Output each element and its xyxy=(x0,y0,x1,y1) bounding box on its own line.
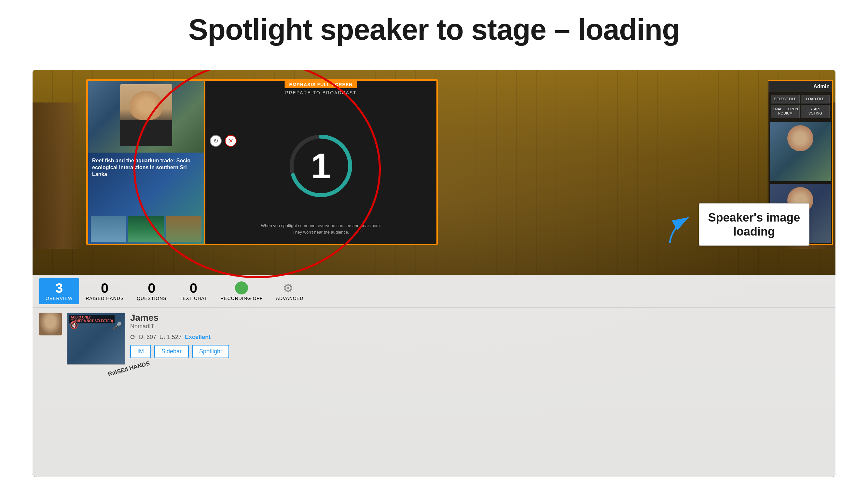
raised-hands-annotation: RaISEd HANDS xyxy=(107,365,150,372)
gear-icon: ⚙ xyxy=(283,282,297,295)
overview-label: OVERVIEW xyxy=(45,296,72,301)
text-chat-count: 0 xyxy=(190,282,197,295)
sidebar-button[interactable]: Sidebar xyxy=(154,345,189,358)
participant-actions: IM Sidebar Spotlight xyxy=(130,345,829,358)
slide-title-text: Reef fish and the aquarium trade: Socio-… xyxy=(92,158,200,177)
connection-info: ⟳ D: 607 U: 1,527 Excellent xyxy=(130,333,829,341)
broadcast-info-text: When you spotlight someone, everyone can… xyxy=(205,223,436,235)
bottom-toolbar: 3 OVERVIEW 0 RAISED HANDS 0 QUESTIONS 0 … xyxy=(33,275,835,477)
participant-section: AUDIO ONLY (CAMERA NOT SELECTED) 🔇 🎤 Jam… xyxy=(33,308,835,369)
recording-indicator xyxy=(235,282,248,294)
load-file-button[interactable]: LOAD FILE xyxy=(801,95,830,103)
broadcast-floating-controls: ↻ ✕ xyxy=(210,135,237,147)
conference-area: Reef fish and the aquarium trade: Socio-… xyxy=(33,70,835,477)
participant-info: James NomadIT ⟳ D: 607 U: 1,527 Excellen… xyxy=(130,313,829,358)
admin-label: Admin xyxy=(813,84,830,89)
admin-header: Admin xyxy=(768,81,832,92)
prepare-broadcast-text: PREPARE TO BROADCAST xyxy=(205,90,436,95)
raised-hands-count: 0 xyxy=(101,282,108,295)
close-button[interactable]: ✕ xyxy=(225,135,237,147)
tab-overview[interactable]: 3 OVERVIEW xyxy=(39,278,79,304)
start-voting-button[interactable]: START VOTING xyxy=(801,105,830,118)
participant-subname: NomadIT xyxy=(130,323,829,330)
admin-person-face-1 xyxy=(787,125,813,151)
theater-seats-left xyxy=(33,102,85,249)
participant-name: James xyxy=(130,313,829,323)
speaker-loading-annotation: Speaker's imageloading xyxy=(699,203,809,246)
participant-video-preview: AUDIO ONLY (CAMERA NOT SELECTED) 🔇 🎤 xyxy=(67,313,125,365)
select-file-button[interactable]: SELECT FILE xyxy=(771,95,800,103)
advanced-label: ADVANCED xyxy=(276,296,304,301)
slide-images-row xyxy=(91,216,202,242)
annotation-text: Speaker's imageloading xyxy=(706,210,802,238)
tab-advanced[interactable]: ⚙ ADVANCED xyxy=(270,278,310,304)
participant-avatar xyxy=(39,313,62,335)
raised-hands-label: RAISED HANDS xyxy=(86,296,124,301)
countdown-circle: 1 xyxy=(285,130,357,202)
questions-count: 0 xyxy=(148,282,155,295)
refresh-button[interactable]: ↻ xyxy=(210,135,222,147)
connection-arrow-icon: ⟳ xyxy=(130,333,136,341)
text-chat-label: TEXT CHAT xyxy=(180,296,208,301)
slide-image-3 xyxy=(166,216,202,242)
page-title: Spotlight speaker to stage – loading xyxy=(0,0,868,56)
download-stat: D: 607 xyxy=(139,334,156,340)
overview-count: 3 xyxy=(55,282,63,295)
tab-raised-hands[interactable]: 0 RAISED HANDS xyxy=(79,278,130,304)
speaker-face xyxy=(120,84,172,146)
tab-text-chat[interactable]: 0 TEXT CHAT xyxy=(173,278,214,304)
speaker-video-top xyxy=(88,81,204,153)
admin-buttons: SELECT FILE LOAD FILE ENABLE OPEN PODIUM… xyxy=(768,92,832,121)
emphasis-label: EMPHASIS FULL SCREEN xyxy=(285,81,358,88)
tab-questions[interactable]: 0 QUESTIONS xyxy=(130,278,173,304)
slide-image-1 xyxy=(91,216,126,242)
im-button[interactable]: IM xyxy=(130,345,151,358)
recording-label: RECORDING OFF xyxy=(220,296,262,301)
slide-image-2 xyxy=(128,216,164,242)
mic-icon: 🎤 xyxy=(112,321,122,330)
toolbar-tabs: 3 OVERVIEW 0 RAISED HANDS 0 QUESTIONS 0 … xyxy=(33,275,835,308)
countdown-wrapper: 1 xyxy=(285,130,357,202)
admin-video-1 xyxy=(770,122,831,181)
spotlight-button[interactable]: Spotlight xyxy=(192,345,229,358)
quality-badge: Excellent xyxy=(185,334,211,340)
slide-preview: Reef fish and the aquarium trade: Socio-… xyxy=(88,153,204,245)
enable-open-podium-button[interactable]: ENABLE OPEN PODIUM xyxy=(771,105,800,118)
left-speaker-panel: Reef fish and the aquarium trade: Socio-… xyxy=(88,80,205,245)
questions-label: QUESTIONS xyxy=(137,296,166,301)
muted-icon: 🔇 xyxy=(70,321,78,329)
tab-recording[interactable]: RECORDING OFF xyxy=(214,278,269,304)
countdown-number: 1 xyxy=(311,148,331,184)
upload-stat: U: 1,527 xyxy=(159,334,182,340)
center-broadcast-panel: EMPHASIS FULL SCREEN PREPARE TO BROADCAS… xyxy=(205,80,437,245)
